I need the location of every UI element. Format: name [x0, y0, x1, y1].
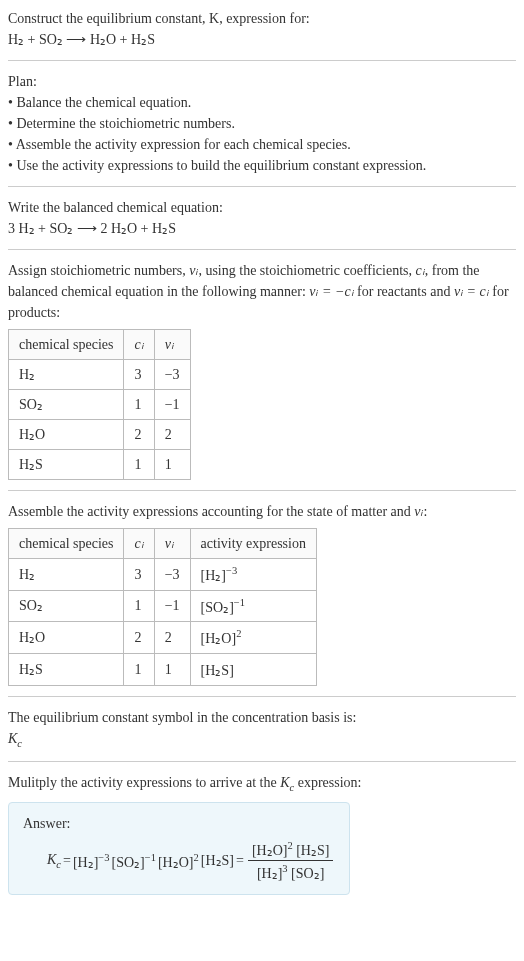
ae-exp: 2 [236, 628, 241, 639]
stoich-text: Assign stoichiometric numbers, νᵢ, using… [8, 260, 516, 323]
cell-nui: 2 [154, 622, 190, 654]
kc-sub: c [17, 737, 22, 748]
col-ci: cᵢ [124, 330, 154, 360]
text: expression: [294, 775, 361, 790]
activity-section: Assemble the activity expressions accoun… [8, 501, 516, 686]
text: Assemble the activity expressions accoun… [8, 504, 414, 519]
cell-species: SO₂ [9, 390, 124, 420]
cell-activity: [H₂O]2 [190, 622, 316, 654]
cell-ci: 2 [124, 420, 154, 450]
table-row: SO₂ 1 −1 [SO₂]−1 [9, 590, 317, 622]
cell-species: H₂ [9, 360, 124, 390]
cell-nui: 2 [154, 420, 190, 450]
ae-base: [H₂] [201, 568, 226, 583]
c-i: cᵢ [416, 263, 425, 278]
cell-nui: −1 [154, 590, 190, 622]
plan-item: • Use the activity expressions to build … [8, 155, 516, 176]
table-row: H₂S 1 1 [H₂S] [9, 653, 317, 685]
multiply-text: Mulitply the activity expressions to arr… [8, 772, 516, 796]
base: [SO₂] [112, 854, 145, 869]
cell-nui: −3 [154, 559, 190, 591]
cell-species: H₂ [9, 559, 124, 591]
exp: 2 [193, 852, 198, 863]
equals: = [236, 850, 244, 871]
table-row: H₂O 2 2 [H₂O]2 [9, 622, 317, 654]
kc-k: K [8, 731, 17, 746]
text: , using the stoichiometric coefficients, [198, 263, 415, 278]
kc-symbol-text: The equilibrium constant symbol in the c… [8, 707, 516, 728]
exp: −1 [145, 852, 156, 863]
ae-base: [H₂S] [201, 663, 234, 678]
cell-species: H₂O [9, 420, 124, 450]
cell-ci: 3 [124, 360, 154, 390]
col-activity: activity expression [190, 529, 316, 559]
stoich-table: chemical species cᵢ νᵢ H₂ 3 −3 SO₂ 1 −1 … [8, 329, 191, 480]
balanced-equation: 3 H₂ + SO₂ ⟶ 2 H₂O + H₂S [8, 218, 516, 239]
col-species: chemical species [9, 330, 124, 360]
cell-nui: 1 [154, 450, 190, 480]
cell-nui: −3 [154, 360, 190, 390]
cell-nui: −1 [154, 390, 190, 420]
table-row: SO₂ 1 −1 [9, 390, 191, 420]
cell-nui: 1 [154, 653, 190, 685]
term: [H₂]−3 [73, 850, 110, 873]
ae-base: [H₂O] [201, 631, 237, 646]
cell-ci: 1 [124, 590, 154, 622]
divider [8, 696, 516, 697]
answer-label: Answer: [23, 813, 335, 834]
denominator: [H₂]3 [SO₂] [248, 861, 334, 884]
base: [SO₂] [291, 866, 324, 881]
rel1: νᵢ = −cᵢ [309, 284, 353, 299]
answer-equation: Kc = [H₂]−3 [SO₂]−1 [H₂O]2 [H₂S] = [H₂O]… [47, 838, 335, 884]
exp: −3 [98, 852, 109, 863]
table-header-row: chemical species cᵢ νᵢ activity expressi… [9, 529, 317, 559]
numerator: [H₂O]2 [H₂S] [248, 838, 334, 862]
exp: 3 [282, 863, 287, 874]
exp: 2 [287, 840, 292, 851]
plan-item: • Determine the stoichiometric numbers. [8, 113, 516, 134]
ae-exp: −1 [234, 597, 245, 608]
term: [H₂O]2 [158, 850, 199, 873]
multiply-section: Mulitply the activity expressions to arr… [8, 772, 516, 895]
activity-table: chemical species cᵢ νᵢ activity expressi… [8, 528, 317, 686]
cell-ci: 1 [124, 450, 154, 480]
cell-activity: [H₂]−3 [190, 559, 316, 591]
cell-species: H₂S [9, 450, 124, 480]
cell-species: SO₂ [9, 590, 124, 622]
answer-box: Answer: Kc = [H₂]−3 [SO₂]−1 [H₂O]2 [H₂S]… [8, 802, 350, 895]
col-nui: νᵢ [154, 330, 190, 360]
cell-species: H₂S [9, 653, 124, 685]
col-ci: cᵢ [124, 529, 154, 559]
kc-sub: c [56, 859, 61, 870]
stoich-section: Assign stoichiometric numbers, νᵢ, using… [8, 260, 516, 480]
base: [H₂O] [158, 854, 194, 869]
divider [8, 186, 516, 187]
fraction: [H₂O]2 [H₂S] [H₂]3 [SO₂] [248, 838, 334, 884]
cell-activity: [H₂S] [190, 653, 316, 685]
kc-symbol: Kc [8, 728, 516, 752]
kc-k: K [280, 775, 289, 790]
nu-i: νᵢ [414, 504, 423, 519]
equals: = [63, 850, 71, 871]
table-row: H₂ 3 −3 [9, 360, 191, 390]
intro-section: Construct the equilibrium constant, K, e… [8, 8, 516, 50]
cell-ci: 3 [124, 559, 154, 591]
intro-line1: Construct the equilibrium constant, K, e… [8, 8, 516, 29]
table-row: H₂O 2 2 [9, 420, 191, 450]
cell-ci: 1 [124, 390, 154, 420]
col-species: chemical species [9, 529, 124, 559]
table-row: H₂ 3 −3 [H₂]−3 [9, 559, 317, 591]
kc-symbol-section: The equilibrium constant symbol in the c… [8, 707, 516, 752]
plan-item: • Balance the chemical equation. [8, 92, 516, 113]
divider [8, 249, 516, 250]
term: [SO₂]−1 [112, 850, 156, 873]
kc: Kc [47, 849, 61, 873]
balanced-heading: Write the balanced chemical equation: [8, 197, 516, 218]
divider [8, 490, 516, 491]
term: [H₂S] [201, 850, 234, 871]
text: Assign stoichiometric numbers, [8, 263, 189, 278]
ae-base: [SO₂] [201, 599, 234, 614]
plan-heading: Plan: [8, 71, 516, 92]
kc-k: K [47, 852, 56, 867]
divider [8, 761, 516, 762]
